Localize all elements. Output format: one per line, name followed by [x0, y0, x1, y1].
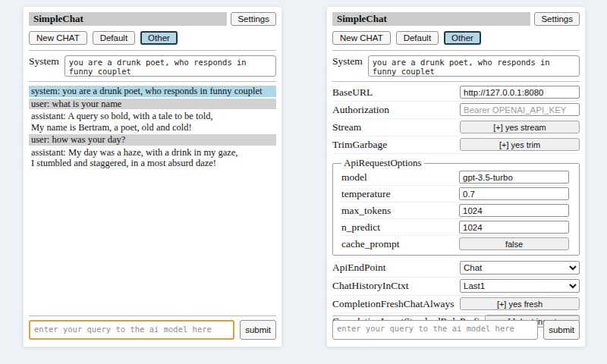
model-input[interactable] [459, 171, 569, 184]
settings-button[interactable]: Settings [231, 12, 276, 26]
query-area: submit [332, 315, 580, 340]
temperature-label: temperature [341, 188, 390, 200]
system-prompt-input[interactable]: you are a drunk poet, who responds in fu… [368, 55, 580, 77]
n-predict-input[interactable] [459, 221, 569, 234]
stream-label: Stream [332, 121, 361, 133]
cache-prompt-label: cache_prompt [341, 238, 399, 250]
completion-fresh-chat-toggle-button[interactable]: [+] yes fresh [460, 297, 580, 310]
divider [29, 50, 276, 51]
api-endpoint-select[interactable]: Chat [460, 261, 580, 275]
setting-row-stream: Stream [+] yes stream [332, 119, 580, 136]
app-title: SimpleChat [332, 12, 530, 26]
baseurl-input[interactable] [460, 86, 580, 99]
setting-row-authorization: Authorization [332, 102, 580, 119]
title-row: SimpleChat Settings [332, 12, 580, 26]
new-chat-button[interactable]: New CHAT [29, 31, 87, 45]
setting-row-completion-fresh-chat-always: CompletionFreshChatAlways [+] yes fresh [332, 296, 580, 313]
chat-history-in-ctxt-select[interactable]: Last1 [460, 279, 580, 293]
cache-prompt-toggle-button[interactable]: false [459, 237, 569, 250]
setting-row-cache-prompt: cache_prompt false [341, 236, 569, 252]
authorization-label: Authorization [332, 104, 389, 116]
settings-body: BaseURL Authorization Stream [+] yes str… [332, 84, 580, 331]
setting-row-api-endpoint: ApiEndPoint Chat [332, 259, 580, 278]
max-tokens-input[interactable] [459, 204, 569, 217]
setting-row-chat-history-in-ctxt: ChatHistoryInCtxt Last1 [332, 278, 580, 296]
setting-row-model: model [341, 169, 569, 186]
session-button-default[interactable]: Default [396, 31, 439, 45]
submit-button[interactable]: submit [543, 320, 580, 340]
divider [29, 315, 276, 316]
setting-row-trimgarbage: TrimGarbage [+] yes trim [332, 136, 580, 154]
system-prompt-row: System you are a drunk poet, who respond… [332, 55, 580, 77]
new-chat-button[interactable]: New CHAT [332, 31, 391, 45]
stream-toggle-button[interactable]: [+] yes stream [460, 121, 580, 133]
model-label: model [341, 171, 367, 184]
n-predict-label: n_predict [341, 221, 380, 234]
session-toolbar: New CHAT Default Other [332, 31, 580, 45]
api-request-options-group: ApiRequestOptions model temperature max_… [332, 157, 580, 256]
divider [332, 81, 580, 82]
query-input[interactable] [29, 320, 234, 340]
divider [332, 315, 580, 316]
chat-panel: SimpleChat Settings New CHAT Default Oth… [23, 6, 282, 347]
settings-panel: SimpleChat Settings New CHAT Default Oth… [326, 6, 586, 347]
setting-row-baseurl: BaseURL [332, 84, 580, 102]
setting-row-n-predict: n_predict [341, 219, 569, 236]
system-prompt-input[interactable]: you are a drunk poet, who responds in fu… [64, 55, 276, 77]
trimgarbage-label: TrimGarbage [332, 139, 387, 151]
system-prompt-label: System [29, 55, 59, 67]
query-area: submit [29, 315, 276, 340]
api-request-options-legend: ApiRequestOptions [341, 157, 424, 169]
session-button-default[interactable]: Default [93, 31, 135, 45]
chat-message-assistant: assistant: My day was a haze, with a dri… [29, 147, 276, 169]
trimgarbage-toggle-button[interactable]: [+] yes trim [460, 138, 580, 151]
divider [332, 50, 580, 51]
setting-row-max-tokens: max_tokens [341, 202, 569, 219]
system-prompt-label: System [332, 55, 363, 67]
title-row: SimpleChat Settings [29, 12, 276, 26]
chat-message-user: user: what is your name [29, 99, 276, 110]
chat-message-system: system: you are a drunk poet, who respon… [29, 86, 276, 97]
divider [29, 81, 276, 82]
temperature-input[interactable] [459, 187, 569, 200]
app-title: SimpleChat [29, 12, 227, 26]
baseurl-label: BaseURL [332, 86, 373, 99]
query-input[interactable] [332, 320, 538, 340]
authorization-input[interactable] [460, 103, 580, 116]
session-toolbar: New CHAT Default Other [29, 31, 276, 45]
api-endpoint-label: ApiEndPoint [332, 262, 386, 274]
session-button-other[interactable]: Other [140, 31, 178, 45]
system-prompt-row: System you are a drunk poet, who respond… [29, 55, 276, 77]
submit-button[interactable]: submit [240, 320, 276, 340]
session-button-other[interactable]: Other [444, 31, 481, 45]
chat-history-in-ctxt-label: ChatHistoryInCtxt [332, 280, 409, 292]
max-tokens-label: max_tokens [341, 205, 391, 217]
settings-button[interactable]: Settings [534, 12, 580, 26]
chat-message-assistant: assistant: A query so bold, with a tale … [29, 111, 276, 133]
setting-row-temperature: temperature [341, 186, 569, 202]
chat-message-user: user: how was your day? [29, 134, 276, 146]
chat-log: system: you are a drunk poet, who respon… [29, 86, 276, 169]
completion-fresh-chat-always-label: CompletionFreshChatAlways [332, 298, 454, 310]
